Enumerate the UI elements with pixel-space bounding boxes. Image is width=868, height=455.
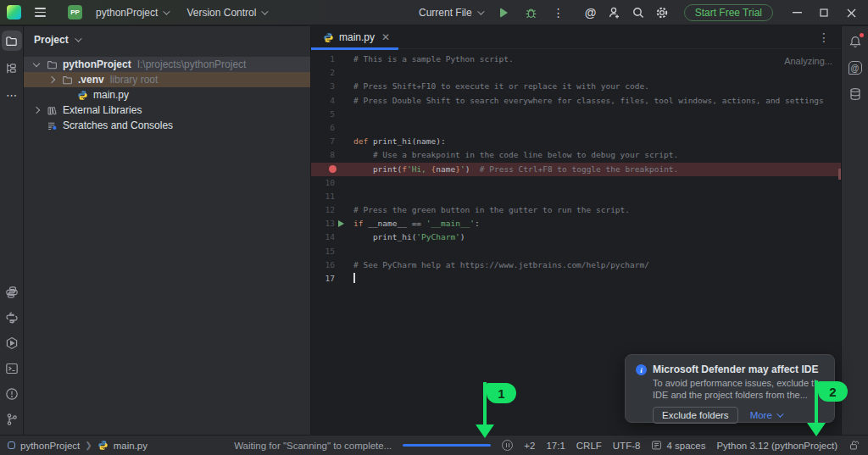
code-line[interactable]: 17	[311, 272, 841, 286]
code-line[interactable]: 8 # Use a breakpoint in the code line be…	[311, 148, 841, 162]
code-line[interactable]: 14 print_hi('PyCharm')	[311, 230, 841, 244]
code-line[interactable]: 16# See PyCharm help at https://www.jetb…	[311, 258, 841, 272]
tree-item-label: External Libraries	[63, 104, 142, 116]
pause-task-button[interactable]	[502, 440, 513, 451]
version-control-menu[interactable]: Version Control	[181, 3, 271, 22]
line-number[interactable]: 13	[311, 217, 335, 230]
line-number[interactable]: 6	[311, 121, 335, 135]
run-line-icon[interactable]	[338, 220, 344, 227]
line-number[interactable]: 2	[311, 66, 335, 80]
breakpoint-icon[interactable]	[329, 165, 337, 173]
left-tool-strip: ⋯	[0, 26, 24, 435]
python-packages-tool-window-button[interactable]	[2, 282, 22, 302]
line-ending-widget[interactable]: CRLF	[576, 441, 602, 451]
code-line[interactable]: 10	[311, 176, 841, 190]
line-number[interactable]: 17	[311, 272, 335, 286]
more-tasks-count[interactable]: +2	[524, 441, 535, 451]
code-line[interactable]: 12# Press the green button in the gutter…	[311, 203, 841, 217]
project-badge: PP	[68, 5, 82, 19]
debug-button[interactable]	[521, 3, 542, 23]
background-task-progress-bar[interactable]	[403, 444, 491, 447]
more-link[interactable]: More	[750, 410, 782, 420]
tree-item[interactable]: Scratches and Consoles	[24, 118, 310, 133]
more-tool-windows-button[interactable]: ⋯	[2, 85, 22, 105]
start-free-trial-button[interactable]: Start Free Trial	[684, 4, 773, 21]
code-with-me-icon[interactable]	[604, 3, 625, 23]
search-icon[interactable]	[628, 3, 648, 23]
terminal-tool-window-button[interactable]	[2, 358, 22, 379]
code-line[interactable]: 1# This is a sample Python script.	[311, 53, 841, 66]
notifications-bell-button[interactable]	[845, 31, 865, 52]
editor-tab-bar: main.py ✕ ⋮	[311, 26, 841, 49]
line-number[interactable]: 4	[311, 94, 335, 108]
run-configuration-selector[interactable]: Current File	[414, 3, 487, 22]
code-line[interactable]: 5	[311, 108, 841, 121]
run-button[interactable]	[494, 3, 515, 23]
settings-gear-icon[interactable]	[652, 3, 672, 23]
chevron-right-icon[interactable]	[48, 76, 55, 83]
right-tool-strip: @	[841, 26, 868, 435]
tree-item[interactable]: .venvlibrary root	[24, 72, 310, 87]
version-control-tool-window-button[interactable]	[2, 409, 22, 430]
chevron-down-icon[interactable]	[33, 59, 40, 66]
window-maximize-button[interactable]	[812, 0, 836, 25]
window-minimize-button[interactable]	[785, 0, 809, 25]
interpreter-widget[interactable]: Python 3.12 (pythonProject)	[716, 441, 837, 451]
exclude-folders-button[interactable]: Exclude folders	[653, 407, 738, 424]
project-tool-window-button[interactable]	[2, 31, 22, 51]
tree-item[interactable]: main.py	[24, 87, 310, 103]
tab-options-button[interactable]: ⋮	[814, 27, 834, 47]
code-line[interactable]: 11	[311, 190, 841, 203]
database-tool-window-button[interactable]	[845, 84, 865, 104]
tree-item-label: .venv	[78, 74, 104, 86]
folder-icon	[5, 35, 18, 47]
code-line[interactable]: 7def print_hi(name):	[311, 135, 841, 148]
indent-widget[interactable]: 4 spaces	[666, 441, 705, 451]
cursor-position-widget[interactable]: 17:1	[546, 441, 565, 451]
unlocked-icon[interactable]	[849, 440, 860, 451]
more-actions-button[interactable]: ⋮	[548, 3, 569, 23]
line-number[interactable]: 3	[311, 80, 335, 93]
pycharm-app-icon	[7, 5, 21, 19]
chevron-right-icon[interactable]	[33, 107, 40, 114]
breadcrumb-file[interactable]: main.py	[114, 441, 147, 451]
services-tool-window-button[interactable]	[2, 333, 22, 353]
project-selector[interactable]: pythonProject	[91, 3, 173, 22]
code-line[interactable]: 15	[311, 245, 841, 258]
line-number[interactable]: 8	[311, 148, 335, 162]
scratches-icon	[46, 119, 58, 131]
ai-assistant-icon[interactable]: @	[581, 3, 601, 23]
line-number[interactable]: 15	[311, 245, 335, 258]
encoding-widget[interactable]: UTF-8	[613, 441, 641, 451]
code-line[interactable]: 6	[311, 121, 841, 135]
code-line[interactable]: 13if __name__ == '__main__':	[311, 217, 841, 230]
python-console-tool-window-button[interactable]	[2, 308, 22, 328]
line-number[interactable]: 16	[311, 258, 335, 272]
line-number[interactable]: 10	[311, 176, 335, 190]
project-panel-header[interactable]: Project	[24, 26, 310, 53]
code-line[interactable]: print(f'Hi, {name}') # Press Ctrl+F8 to …	[311, 163, 841, 176]
breadcrumb-project[interactable]: pythonProject	[20, 441, 80, 451]
tree-item[interactable]: External Libraries	[24, 103, 310, 118]
info-icon: i	[636, 364, 647, 375]
structure-tool-window-button[interactable]	[2, 58, 22, 78]
window-close-button[interactable]	[839, 0, 863, 25]
code-line[interactable]: 3# Press Shift+F10 to execute it or repl…	[311, 80, 841, 93]
code-line[interactable]: 2	[311, 66, 841, 80]
tree-item[interactable]: pythonProjectI:\projects\pythonProject	[24, 57, 310, 72]
chevron-down-icon	[262, 8, 269, 14]
structure-icon	[5, 62, 18, 75]
line-number[interactable]: 5	[311, 108, 335, 121]
line-number[interactable]: 14	[311, 230, 335, 244]
tab-close-icon[interactable]: ✕	[381, 31, 390, 43]
code-text: print_hi('PyCharm')	[348, 230, 465, 244]
problems-tool-window-button[interactable]	[2, 384, 22, 404]
line-number[interactable]: 11	[311, 190, 335, 203]
line-number[interactable]: 12	[311, 203, 335, 217]
tab-main-py[interactable]: main.py ✕	[311, 26, 398, 49]
main-menu-button[interactable]	[30, 4, 51, 20]
line-number[interactable]: 7	[311, 135, 335, 148]
line-number[interactable]: 1	[311, 53, 335, 66]
ai-assistant-tool-window-button[interactable]: @	[845, 58, 865, 78]
code-line[interactable]: 4# Press Double Shift to search everywhe…	[311, 94, 841, 108]
